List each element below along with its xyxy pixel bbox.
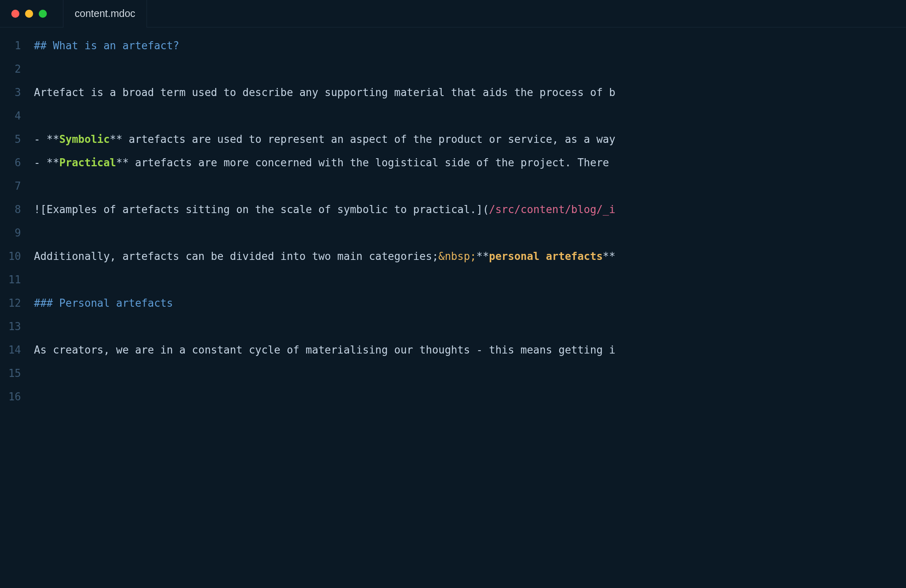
code-line[interactable] (34, 362, 906, 385)
code-token: ** (603, 250, 615, 262)
code-token: Additionally, artefacts can be divided i… (34, 250, 438, 262)
line-number: 15 (0, 362, 21, 385)
line-number: 9 (0, 221, 21, 245)
code-token: - (34, 133, 46, 145)
code-token: ** (476, 250, 489, 262)
code-line[interactable] (34, 104, 906, 128)
line-number: 14 (0, 338, 21, 362)
code-line[interactable]: Artefact is a broad term used to describ… (34, 81, 906, 104)
line-number: 8 (0, 198, 21, 221)
code-token: Artefact is a broad term used to describ… (34, 86, 615, 98)
code-token: Symbolic (59, 133, 110, 145)
code-line[interactable] (34, 174, 906, 198)
code-token: Examples of artefacts sitting on the sca… (46, 203, 476, 216)
tab-label: content.mdoc (75, 8, 135, 19)
code-token: personal artefacts (489, 250, 603, 262)
code-token: ### Personal artefacts (34, 297, 173, 309)
code-line[interactable]: ### Personal artefacts (34, 291, 906, 315)
line-number: 3 (0, 81, 21, 104)
minimize-window-button[interactable] (25, 10, 33, 18)
editor-window: content.mdoc 12345678910111213141516 ## … (0, 0, 906, 588)
code-token: ** (110, 133, 122, 145)
line-number: 6 (0, 151, 21, 174)
line-number: 16 (0, 385, 21, 408)
code-token: - (34, 157, 46, 169)
code-token: artefacts are more concerned with the lo… (129, 157, 615, 169)
code-content[interactable]: ## What is an artefact? Artefact is a br… (29, 34, 906, 588)
code-line[interactable]: - **Practical** artefacts are more conce… (34, 151, 906, 174)
code-token: ** (46, 157, 59, 169)
code-token: ## What is an artefact? (34, 40, 179, 52)
code-token: Practical (59, 157, 116, 169)
titlebar: content.mdoc (0, 0, 906, 27)
window-controls (0, 10, 47, 18)
editor-area[interactable]: 12345678910111213141516 ## What is an ar… (0, 27, 906, 588)
line-number: 1 (0, 34, 21, 57)
code-line[interactable] (34, 57, 906, 81)
line-number: 7 (0, 174, 21, 198)
line-number-gutter: 12345678910111213141516 (0, 34, 29, 588)
code-token: artefacts are used to represent an aspec… (122, 133, 615, 145)
close-window-button[interactable] (11, 10, 19, 18)
code-line[interactable]: - **Symbolic** artefacts are used to rep… (34, 128, 906, 151)
line-number: 13 (0, 315, 21, 338)
code-line[interactable] (34, 315, 906, 338)
tab-content-mdoc[interactable]: content.mdoc (63, 0, 147, 27)
code-token: As creators, we are in a constant cycle … (34, 344, 615, 356)
maximize-window-button[interactable] (39, 10, 47, 18)
code-line[interactable]: ## What is an artefact? (34, 34, 906, 57)
code-line[interactable] (34, 221, 906, 245)
line-number: 11 (0, 268, 21, 291)
line-number: 2 (0, 57, 21, 81)
code-line[interactable] (34, 268, 906, 291)
code-token: &nbsp; (438, 250, 476, 262)
code-token: ** (116, 157, 129, 169)
line-number: 4 (0, 104, 21, 128)
code-line[interactable]: Additionally, artefacts can be divided i… (34, 245, 906, 268)
code-line[interactable]: ![Examples of artefacts sitting on the s… (34, 198, 906, 221)
code-line[interactable]: As creators, we are in a constant cycle … (34, 338, 906, 362)
line-number: 12 (0, 291, 21, 315)
line-number: 10 (0, 245, 21, 268)
code-token: ![ (34, 203, 46, 216)
code-token: ]( (476, 203, 489, 216)
code-token: /src/content/blog/_i (489, 203, 615, 216)
line-number: 5 (0, 128, 21, 151)
code-token: ** (46, 133, 59, 145)
code-line[interactable] (34, 385, 906, 408)
